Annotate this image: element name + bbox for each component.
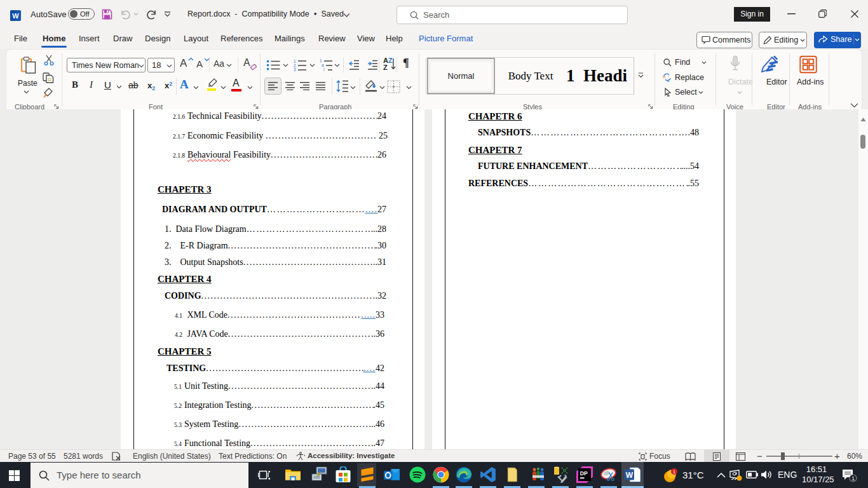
svg-text:b: b [663, 74, 665, 79]
svg-text:i: i [323, 67, 324, 71]
svg-text:1: 1 [320, 58, 322, 63]
svg-text:c: c [667, 78, 670, 83]
svg-text:1: 1 [851, 475, 855, 482]
svg-text:3: 3 [294, 67, 296, 71]
svg-text:a: a [322, 63, 324, 67]
svg-text:1: 1 [294, 59, 296, 64]
svg-text:DP: DP [580, 470, 588, 477]
svg-text:W: W [12, 12, 19, 20]
svg-text:W: W [626, 471, 634, 480]
svg-text:1: 1 [673, 469, 676, 475]
